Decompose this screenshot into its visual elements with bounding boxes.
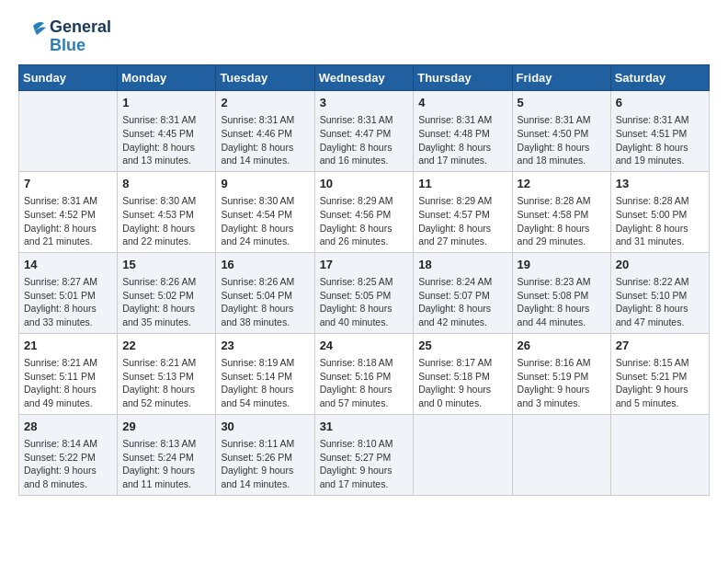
day-header-sunday: Sunday <box>19 65 118 91</box>
calendar-cell <box>610 414 709 495</box>
logo-blue: Blue <box>50 37 111 55</box>
calendar-week-2: 7Sunrise: 8:31 AM Sunset: 4:52 PM Daylig… <box>19 171 710 252</box>
day-header-wednesday: Wednesday <box>314 65 414 91</box>
calendar-cell: 14Sunrise: 8:27 AM Sunset: 5:01 PM Dayli… <box>19 252 118 333</box>
calendar-cell: 13Sunrise: 8:28 AM Sunset: 5:00 PM Dayli… <box>610 171 709 252</box>
cell-info: Sunrise: 8:15 AM Sunset: 5:21 PM Dayligh… <box>616 356 704 410</box>
day-header-monday: Monday <box>118 65 216 91</box>
logo-container: General Blue <box>18 18 111 55</box>
calendar-body: 1Sunrise: 8:31 AM Sunset: 4:45 PM Daylig… <box>19 91 710 496</box>
cell-info: Sunrise: 8:24 AM Sunset: 5:07 PM Dayligh… <box>418 275 506 329</box>
cell-info: Sunrise: 8:22 AM Sunset: 5:10 PM Dayligh… <box>616 275 704 329</box>
cell-info: Sunrise: 8:16 AM Sunset: 5:19 PM Dayligh… <box>518 356 606 410</box>
cell-info: Sunrise: 8:17 AM Sunset: 5:18 PM Dayligh… <box>418 356 506 410</box>
day-number: 6 <box>616 95 704 111</box>
calendar-cell: 3Sunrise: 8:31 AM Sunset: 4:47 PM Daylig… <box>314 91 414 172</box>
calendar-cell: 30Sunrise: 8:11 AM Sunset: 5:26 PM Dayli… <box>216 414 314 495</box>
calendar-cell: 18Sunrise: 8:24 AM Sunset: 5:07 PM Dayli… <box>414 252 512 333</box>
day-number: 22 <box>122 338 210 354</box>
calendar-cell: 4Sunrise: 8:31 AM Sunset: 4:48 PM Daylig… <box>414 91 512 172</box>
calendar-cell: 26Sunrise: 8:16 AM Sunset: 5:19 PM Dayli… <box>512 333 610 414</box>
calendar-cell: 12Sunrise: 8:28 AM Sunset: 4:58 PM Dayli… <box>512 171 610 252</box>
day-number: 27 <box>616 338 704 354</box>
cell-info: Sunrise: 8:31 AM Sunset: 4:50 PM Dayligh… <box>518 113 606 167</box>
cell-info: Sunrise: 8:25 AM Sunset: 5:05 PM Dayligh… <box>320 275 409 329</box>
day-number: 23 <box>221 338 309 354</box>
cell-info: Sunrise: 8:18 AM Sunset: 5:16 PM Dayligh… <box>320 356 409 410</box>
cell-info: Sunrise: 8:27 AM Sunset: 5:01 PM Dayligh… <box>24 275 112 329</box>
calendar-week-3: 14Sunrise: 8:27 AM Sunset: 5:01 PM Dayli… <box>19 252 710 333</box>
calendar-week-5: 28Sunrise: 8:14 AM Sunset: 5:22 PM Dayli… <box>19 414 710 495</box>
day-number: 20 <box>616 257 704 273</box>
calendar-cell: 31Sunrise: 8:10 AM Sunset: 5:27 PM Dayli… <box>314 414 414 495</box>
cell-info: Sunrise: 8:30 AM Sunset: 4:53 PM Dayligh… <box>122 194 210 248</box>
cell-info: Sunrise: 8:26 AM Sunset: 5:02 PM Dayligh… <box>122 275 210 329</box>
cell-info: Sunrise: 8:11 AM Sunset: 5:26 PM Dayligh… <box>221 437 309 491</box>
day-number: 21 <box>24 338 112 354</box>
cell-info: Sunrise: 8:13 AM Sunset: 5:24 PM Dayligh… <box>122 437 210 491</box>
day-number: 25 <box>418 338 506 354</box>
calendar-cell: 17Sunrise: 8:25 AM Sunset: 5:05 PM Dayli… <box>314 252 414 333</box>
cell-info: Sunrise: 8:26 AM Sunset: 5:04 PM Dayligh… <box>221 275 309 329</box>
day-number: 5 <box>518 95 606 111</box>
calendar-cell: 25Sunrise: 8:17 AM Sunset: 5:18 PM Dayli… <box>414 333 512 414</box>
calendar-cell: 22Sunrise: 8:21 AM Sunset: 5:13 PM Dayli… <box>118 333 216 414</box>
day-number: 11 <box>418 176 506 192</box>
day-number: 31 <box>320 419 409 435</box>
day-header-saturday: Saturday <box>610 65 709 91</box>
day-number: 19 <box>518 257 606 273</box>
day-number: 13 <box>616 176 704 192</box>
calendar-cell: 7Sunrise: 8:31 AM Sunset: 4:52 PM Daylig… <box>19 171 118 252</box>
day-number: 28 <box>24 419 112 435</box>
cell-info: Sunrise: 8:29 AM Sunset: 4:56 PM Dayligh… <box>320 194 409 248</box>
calendar-cell: 24Sunrise: 8:18 AM Sunset: 5:16 PM Dayli… <box>314 333 414 414</box>
logo: General Blue <box>18 18 111 55</box>
cell-info: Sunrise: 8:19 AM Sunset: 5:14 PM Dayligh… <box>221 356 309 410</box>
day-number: 30 <box>221 419 309 435</box>
calendar-cell: 23Sunrise: 8:19 AM Sunset: 5:14 PM Dayli… <box>216 333 314 414</box>
day-number: 17 <box>320 257 409 273</box>
cell-info: Sunrise: 8:28 AM Sunset: 5:00 PM Dayligh… <box>616 194 704 248</box>
day-number: 8 <box>122 176 210 192</box>
day-number: 18 <box>418 257 506 273</box>
calendar-cell: 2Sunrise: 8:31 AM Sunset: 4:46 PM Daylig… <box>216 91 314 172</box>
calendar-cell: 8Sunrise: 8:30 AM Sunset: 4:53 PM Daylig… <box>118 171 216 252</box>
calendar-week-1: 1Sunrise: 8:31 AM Sunset: 4:45 PM Daylig… <box>19 91 710 172</box>
calendar-week-4: 21Sunrise: 8:21 AM Sunset: 5:11 PM Dayli… <box>19 333 710 414</box>
logo-general: General <box>50 18 111 37</box>
calendar-cell: 20Sunrise: 8:22 AM Sunset: 5:10 PM Dayli… <box>610 252 709 333</box>
day-number: 7 <box>24 176 112 192</box>
cell-info: Sunrise: 8:23 AM Sunset: 5:08 PM Dayligh… <box>518 275 606 329</box>
day-number: 29 <box>122 419 210 435</box>
cell-info: Sunrise: 8:21 AM Sunset: 5:13 PM Dayligh… <box>122 356 210 410</box>
calendar-cell: 28Sunrise: 8:14 AM Sunset: 5:22 PM Dayli… <box>19 414 118 495</box>
calendar-cell: 11Sunrise: 8:29 AM Sunset: 4:57 PM Dayli… <box>414 171 512 252</box>
day-number: 2 <box>221 95 309 111</box>
calendar-cell: 1Sunrise: 8:31 AM Sunset: 4:45 PM Daylig… <box>118 91 216 172</box>
day-number: 24 <box>320 338 409 354</box>
calendar-cell: 9Sunrise: 8:30 AM Sunset: 4:54 PM Daylig… <box>216 171 314 252</box>
day-number: 9 <box>221 176 309 192</box>
cell-info: Sunrise: 8:31 AM Sunset: 4:47 PM Dayligh… <box>320 113 409 167</box>
calendar-cell <box>19 91 118 172</box>
cell-info: Sunrise: 8:14 AM Sunset: 5:22 PM Dayligh… <box>24 437 112 491</box>
calendar-table: SundayMondayTuesdayWednesdayThursdayFrid… <box>18 64 710 496</box>
day-number: 4 <box>418 95 506 111</box>
cell-info: Sunrise: 8:10 AM Sunset: 5:27 PM Dayligh… <box>320 437 409 491</box>
day-number: 3 <box>320 95 409 111</box>
cell-info: Sunrise: 8:31 AM Sunset: 4:46 PM Dayligh… <box>221 113 309 167</box>
cell-info: Sunrise: 8:31 AM Sunset: 4:51 PM Dayligh… <box>616 113 704 167</box>
day-number: 12 <box>518 176 606 192</box>
calendar-cell: 21Sunrise: 8:21 AM Sunset: 5:11 PM Dayli… <box>19 333 118 414</box>
logo-text: General Blue <box>50 18 111 55</box>
cell-info: Sunrise: 8:29 AM Sunset: 4:57 PM Dayligh… <box>418 194 506 248</box>
day-header-thursday: Thursday <box>414 65 512 91</box>
day-number: 14 <box>24 257 112 273</box>
cell-info: Sunrise: 8:31 AM Sunset: 4:48 PM Dayligh… <box>418 113 506 167</box>
day-header-friday: Friday <box>512 65 610 91</box>
calendar-cell: 29Sunrise: 8:13 AM Sunset: 5:24 PM Dayli… <box>118 414 216 495</box>
calendar-header-row: SundayMondayTuesdayWednesdayThursdayFrid… <box>19 65 710 91</box>
day-number: 16 <box>221 257 309 273</box>
calendar-cell: 19Sunrise: 8:23 AM Sunset: 5:08 PM Dayli… <box>512 252 610 333</box>
day-header-tuesday: Tuesday <box>216 65 314 91</box>
